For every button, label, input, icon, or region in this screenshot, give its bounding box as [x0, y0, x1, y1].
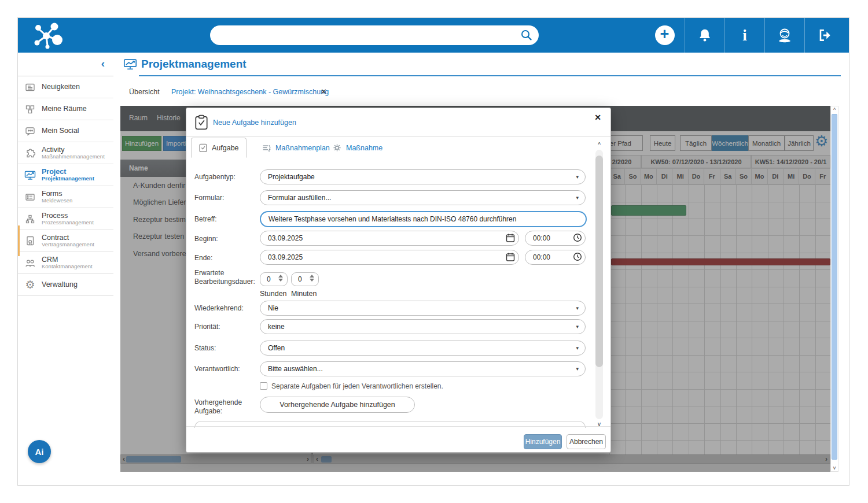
page-header: Projektmanagement	[113, 53, 849, 76]
sidebar-item-meine-raeume[interactable]: Meine Räume	[18, 98, 113, 120]
sidebar-item-project[interactable]: Project Projektmanagement	[18, 164, 113, 186]
collapse-sidebar-icon[interactable]: ‹	[101, 57, 105, 70]
beginn-date-input[interactable]	[260, 231, 519, 246]
sidebar-item-label: CRM	[42, 256, 93, 264]
scroll-down-icon[interactable]: v	[831, 465, 838, 471]
add-predecessor-button[interactable]: Vorhergehende Aufgabe hinzufügen	[260, 397, 415, 413]
app-logo[interactable]	[31, 21, 63, 49]
select-value: Formular ausfüllen...	[268, 194, 331, 202]
wiederkehrend-select[interactable]: Nie ▾	[260, 301, 586, 316]
cancel-button[interactable]: Abbrechen	[567, 434, 606, 449]
sidebar-item-label: Forms	[42, 190, 72, 198]
main-area: Projektmanagement Übersicht Projekt: Wei…	[113, 53, 849, 485]
sidebar-item-label: Activity	[42, 146, 105, 154]
tab-label: Maßnahme	[346, 144, 382, 152]
page-title: Projektmanagement	[141, 58, 247, 71]
status-select[interactable]: Offen ▾	[260, 341, 586, 356]
chat-icon	[24, 125, 36, 137]
field-label: Erwartete Bearbeitungsdauer:	[194, 269, 259, 286]
clock-icon[interactable]	[573, 233, 582, 242]
prioritaet-select[interactable]: keine ▾	[260, 319, 586, 334]
hours-stepper[interactable]: 0	[260, 272, 288, 286]
sidebar-item-mein-social[interactable]: Mein Social	[18, 120, 113, 142]
ende-date-input[interactable]	[260, 250, 519, 265]
select-value: keine	[268, 323, 285, 331]
info-icon: i	[742, 27, 747, 45]
dialog-scrollbar[interactable]: ^ v	[595, 142, 605, 427]
minutes-value: 0	[298, 275, 302, 283]
tab-label: Aufgabe	[212, 144, 239, 152]
sidebar-item-activity[interactable]: Activity Maßnahmenmanagement	[18, 142, 113, 164]
submit-button[interactable]: Hinzufügen	[524, 434, 562, 449]
dialog-tabs: Aufgabe Maßnahmenplan Maßnahme	[186, 137, 610, 158]
stepper-arrows-icon[interactable]	[310, 275, 314, 282]
project-tab-row: Übersicht Projekt: Weihnachtsgeschenk - …	[113, 76, 849, 106]
select-value: Projektaufgabe	[268, 173, 315, 181]
profile-button[interactable]	[764, 18, 804, 53]
minutes-stepper[interactable]: 0	[291, 272, 319, 286]
sidebar-item-label: Process	[42, 212, 94, 220]
logout-icon	[817, 28, 832, 43]
sidebar-item-neuigkeiten[interactable]: Neuigkeiten	[18, 76, 113, 98]
scroll-up-icon[interactable]: ^	[831, 107, 838, 113]
field-label: Beginn:	[194, 235, 259, 243]
tab-massnahmenplan[interactable]: Maßnahmenplan	[255, 138, 337, 158]
betreff-input[interactable]	[260, 211, 587, 227]
task-tab-icon	[198, 143, 208, 153]
ai-assistant-button[interactable]: Ai	[28, 440, 51, 463]
scroll-up-icon[interactable]: ^	[595, 142, 604, 148]
calendar-icon[interactable]	[506, 233, 515, 243]
field-label: Vorhergehende Aufgabe:	[194, 398, 247, 416]
project-chart-icon	[24, 169, 36, 181]
field-label: Formular:	[194, 194, 259, 202]
app-window: + i ‹ Neuigkeiten Meine Räume	[17, 17, 849, 486]
sidebar-item-label: Project	[42, 168, 94, 176]
page-vscrollbar[interactable]: ^ v	[830, 106, 838, 472]
chevron-down-icon: ▾	[576, 174, 579, 180]
topbar: + i	[18, 18, 849, 53]
sidebar-item-label: Verwaltung	[42, 280, 78, 289]
search-icon[interactable]	[520, 29, 532, 41]
tab-aufgabe[interactable]: Aufgabe	[191, 138, 247, 158]
field-label: Status:	[194, 344, 259, 353]
info-button[interactable]: i	[724, 18, 764, 53]
sidebar-item-process[interactable]: Process Prozessmanagement	[18, 208, 113, 230]
sidebar-item-forms[interactable]: Forms Meldewesen	[18, 186, 113, 208]
add-button[interactable]: +	[645, 18, 685, 53]
separate-tasks-checkbox[interactable]	[260, 382, 267, 390]
field-label: Verantwortlich:	[194, 365, 259, 373]
sidebar-item-verwaltung[interactable]: ⚙ Verwaltung	[18, 274, 113, 296]
news-icon	[24, 82, 36, 93]
verantwortlich-select[interactable]: Bitte auswählen... ▾	[260, 361, 586, 376]
calendar-icon[interactable]	[506, 252, 515, 262]
scroll-thumb[interactable]	[595, 156, 603, 367]
chevron-down-icon: ▾	[576, 345, 579, 351]
gear-icon: ⚙	[24, 278, 36, 291]
sidebar-item-contract[interactable]: Contract Vertragsmanagement	[18, 230, 113, 252]
logout-button[interactable]	[804, 18, 844, 53]
tab-massnahme[interactable]: Maßnahme	[325, 138, 389, 158]
sidebar-item-crm[interactable]: CRM Kontaktmanagement	[18, 252, 113, 274]
sidebar-collapse-row: ‹	[18, 53, 113, 76]
close-dialog-icon[interactable]: ✕	[594, 113, 601, 122]
field-label: Aufgabentyp:	[194, 173, 259, 182]
tab-project[interactable]: Projekt: Weihnachtsgeschenk - Gewürzmisc…	[171, 88, 329, 96]
people-icon	[24, 257, 36, 269]
sidebar-item-label: Contract	[42, 234, 94, 242]
stepper-arrows-icon[interactable]	[278, 275, 283, 282]
org-chart-icon	[24, 213, 36, 225]
select-value: Nie	[268, 304, 278, 312]
dialog-footer: Hinzufügen Abbrechen	[186, 426, 610, 452]
chevron-down-icon: ▾	[576, 195, 579, 201]
measure-gear-icon	[332, 143, 342, 153]
formular-select[interactable]: Formular ausfüllen... ▾	[260, 190, 586, 205]
tab-uebersicht[interactable]: Übersicht	[129, 88, 160, 96]
notifications-button[interactable]	[685, 18, 724, 53]
form-icon	[24, 191, 36, 203]
search-input[interactable]	[219, 25, 514, 45]
clock-icon[interactable]	[573, 252, 582, 261]
vscroll-thumb[interactable]	[832, 114, 837, 460]
topbar-icons: + i	[645, 18, 844, 53]
close-project-tab-icon[interactable]: ✕	[321, 87, 327, 96]
aufgabentyp-select[interactable]: Projektaufgabe ▾	[260, 169, 586, 184]
